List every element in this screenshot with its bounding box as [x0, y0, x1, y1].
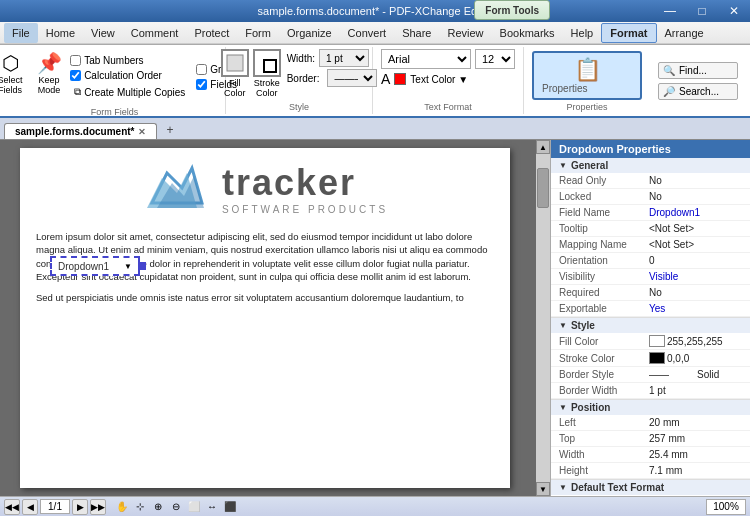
keep-mode-button[interactable]: 📌 KeepMode [31, 49, 67, 105]
create-multiple-icon: ⧉ [74, 86, 81, 98]
font-select[interactable]: ArialTimes New Roman [381, 49, 471, 69]
next-page-button[interactable]: ▶ [72, 499, 88, 515]
first-page-button[interactable]: ◀◀ [4, 499, 20, 515]
main-area: ▲ ▼ tracker SOFTWARE PRODUCTS D [0, 140, 750, 496]
tab-numbers-checkbox[interactable]: Tab Numbers [70, 54, 189, 67]
doc-tab-main[interactable]: sample.forms.document* ✕ [4, 123, 157, 139]
calculation-order-label: Calculation Order [84, 70, 162, 81]
width-select[interactable]: 1 pt2 pt3 pt [319, 49, 369, 67]
fill-button[interactable] [221, 49, 249, 77]
stroke-preview [263, 59, 277, 73]
font-controls: ArialTimes New Roman 12 pt10 pt14 pt [381, 49, 515, 69]
stroke-button[interactable] [253, 49, 281, 77]
mapping-row: Mapping Name <Not Set> [551, 237, 750, 253]
zoom-in-button[interactable]: ⊕ [150, 499, 166, 515]
menu-comment[interactable]: Comment [123, 23, 187, 43]
fill-color-row: Fill Color 255,255,255 [551, 333, 750, 350]
height-label: Height [559, 465, 649, 476]
stroke-color-value: 0,0,0 [667, 353, 742, 364]
menu-file[interactable]: File [4, 23, 38, 43]
menu-form[interactable]: Form [237, 23, 279, 43]
style-label: Style [289, 102, 309, 112]
find-icon: 🔍 [663, 65, 675, 76]
style-section-header[interactable]: ▼ Style [551, 318, 750, 333]
ribbon-group-style: FillColor StrokeColor Width: [226, 47, 373, 114]
actual-size-button[interactable]: ⬛ [222, 499, 238, 515]
new-tab-button[interactable]: + [159, 120, 180, 139]
find-button[interactable]: 🔍 Find... [658, 62, 738, 79]
visibility-label: Visibility [559, 271, 649, 282]
minimize-button[interactable]: — [654, 0, 686, 22]
fit-page-button[interactable]: ⬜ [186, 499, 202, 515]
select-tool-button[interactable]: ⊹ [132, 499, 148, 515]
stroke-color-label: Stroke Color [559, 353, 649, 364]
menu-view[interactable]: View [83, 23, 123, 43]
ribbon: ⬡ SelectFields 📌 KeepMode Tab Numbers Ca… [0, 44, 750, 118]
keep-mode-label: KeepMode [38, 75, 61, 95]
create-multiple-button[interactable]: ⧉ Create Multiple Copies [70, 84, 189, 100]
doc-tab-close-button[interactable]: ✕ [138, 127, 146, 137]
width-row: Width: 1 pt2 pt3 pt [287, 49, 378, 67]
style-content: FillColor StrokeColor Width: [221, 49, 378, 100]
scroll-down-arrow[interactable]: ▼ [536, 482, 550, 496]
fieldname-value: Dropdown1 [649, 207, 742, 218]
menu-review[interactable]: Review [439, 23, 491, 43]
close-button[interactable]: ✕ [718, 0, 750, 22]
font-size-select[interactable]: 12 pt10 pt14 pt [475, 49, 515, 69]
tab-numbers-label: Tab Numbers [84, 55, 143, 66]
general-section: ▼ General Read Only No Locked No Field N… [551, 158, 750, 318]
calculation-order-checkbox[interactable]: Calculation Order [70, 69, 189, 82]
menu-protect[interactable]: Protect [186, 23, 237, 43]
dropdown-resize-handle[interactable] [138, 262, 146, 270]
stroke-color-box [649, 352, 665, 364]
menu-format[interactable]: Format [601, 23, 656, 43]
tracker-sub: SOFTWARE PRODUCTS [222, 204, 388, 215]
zoom-out-button[interactable]: ⊖ [168, 499, 184, 515]
tooltip-value: <Not Set> [649, 223, 742, 234]
menu-organize[interactable]: Organize [279, 23, 340, 43]
window-controls: — □ ✕ [654, 0, 750, 22]
zoom-control [706, 499, 746, 515]
scroll-thumb[interactable] [537, 168, 549, 208]
menu-home[interactable]: Home [38, 23, 83, 43]
zoom-input[interactable] [706, 499, 746, 515]
hand-tool-button[interactable]: ✋ [114, 499, 130, 515]
top-label: Top [559, 433, 649, 444]
border-style-value: Solid [697, 369, 742, 380]
general-section-header[interactable]: ▼ General [551, 158, 750, 173]
position-section: ▼ Position Left 20 mm Top 257 mm Width 2… [551, 400, 750, 480]
prev-page-button[interactable]: ◀ [22, 499, 38, 515]
text-color-icon: A [381, 71, 390, 87]
position-section-header[interactable]: ▼ Position [551, 400, 750, 415]
properties-button[interactable]: 📋 Properties [532, 51, 642, 100]
maximize-button[interactable]: □ [686, 0, 718, 22]
document-page: tracker SOFTWARE PRODUCTS Dropdown1 ▼ Lo… [20, 148, 510, 488]
text-color-button[interactable]: Text Color ▼ [410, 74, 468, 85]
menu-bookmarks[interactable]: Bookmarks [492, 23, 563, 43]
dropdown-field[interactable]: Dropdown1 ▼ [50, 256, 140, 276]
menu-share[interactable]: Share [394, 23, 439, 43]
search-button[interactable]: 🔎 Search... [658, 83, 738, 100]
menu-arrange[interactable]: Arrange [657, 23, 712, 43]
exportable-value: Yes [649, 303, 742, 314]
fill-label: FillColor [224, 78, 246, 98]
fill-color-value: 255,255,255 [667, 336, 742, 347]
properties-label: Properties [542, 83, 632, 94]
text-format-section-header[interactable]: ▼ Default Text Format [551, 480, 750, 495]
menu-convert[interactable]: Convert [340, 23, 395, 43]
fit-width-button[interactable]: ↔ [204, 499, 220, 515]
scroll-up-arrow[interactable]: ▲ [536, 140, 550, 154]
menu-help[interactable]: Help [563, 23, 602, 43]
border-select[interactable]: —————- - - - [327, 69, 377, 87]
general-arrow: ▼ [559, 161, 567, 170]
select-fields-button[interactable]: ⬡ SelectFields [0, 49, 28, 105]
doc-tab-main-label: sample.forms.document* [15, 126, 134, 137]
tracker-name: tracker [222, 162, 388, 204]
form-fields-content: ⬡ SelectFields 📌 KeepMode Tab Numbers Ca… [0, 49, 237, 105]
search-icon: 🔎 [663, 86, 675, 97]
tracker-text: tracker SOFTWARE PRODUCTS [222, 162, 388, 215]
orientation-row: Orientation 0 [551, 253, 750, 269]
vertical-scrollbar[interactable]: ▲ ▼ [536, 140, 550, 496]
last-page-button[interactable]: ▶▶ [90, 499, 106, 515]
dropdown-arrow: ▼ [124, 262, 132, 271]
